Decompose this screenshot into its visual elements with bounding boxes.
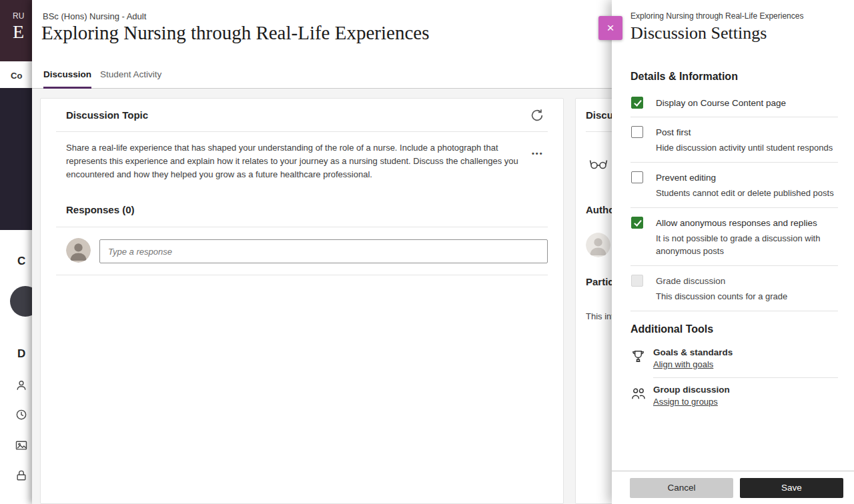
base-course-banner — [0, 88, 32, 230]
base-section-heading: D — [17, 347, 25, 361]
option-label: Allow anonymous responses and replies — [656, 218, 817, 228]
tool-label: Group discussion — [653, 385, 838, 395]
breadcrumb: BSc (Hons) Nursing - Adult — [43, 11, 146, 21]
checkbox[interactable] — [631, 217, 643, 229]
assign-to-groups-link[interactable]: Assign to groups — [653, 397, 718, 407]
user-avatar — [66, 238, 91, 263]
option-label: Prevent editing — [656, 173, 716, 183]
details-information-heading: Details & Information — [630, 71, 838, 83]
close-panel-button[interactable]: × — [598, 16, 622, 40]
refresh-icon[interactable] — [530, 108, 544, 123]
base-course-header: RU E — [0, 0, 32, 61]
cancel-button[interactable]: Cancel — [630, 478, 733, 498]
divider — [56, 227, 548, 227]
participants-info-text: This inf — [586, 311, 614, 321]
clock-icon — [15, 408, 28, 421]
option-allow-anonymous: Allow anonymous responses and replies It… — [630, 208, 838, 266]
base-section-heading: C — [17, 255, 25, 268]
details-heading: Discu — [586, 109, 613, 121]
base-brand-text: RU — [13, 11, 24, 21]
base-course-title: E — [13, 21, 24, 43]
option-description: It is not possible to grade a discussion… — [656, 232, 838, 257]
group-people-icon — [630, 386, 646, 401]
option-display-on-course-content: Display on Course Content page — [630, 88, 838, 117]
tool-group-discussion: Group discussion Assign to groups — [630, 378, 838, 415]
option-description: This discussion counts for a grade — [656, 290, 838, 303]
discussion-topic-body: Share a real-life experience that has sh… — [66, 141, 526, 181]
settings-context-title: Exploring Nursing through Real-Life Expe… — [630, 11, 803, 21]
divider — [56, 131, 548, 132]
checkbox[interactable] — [631, 97, 643, 109]
base-avatar — [10, 286, 32, 317]
save-button[interactable]: Save — [740, 478, 843, 498]
response-input[interactable] — [99, 239, 548, 263]
settings-panel-title: Discussion Settings — [630, 23, 767, 43]
checkbox[interactable] — [631, 275, 643, 287]
align-with-goals-link[interactable]: Align with goals — [653, 359, 713, 369]
roster-icon — [15, 379, 28, 392]
discussion-topic-heading: Discussion Topic — [66, 109, 148, 121]
page-title: Exploring Nursing through Real-Life Expe… — [41, 22, 429, 44]
settings-body: Details & Information Display on Course … — [630, 63, 838, 469]
anonymous-glasses-icon — [589, 158, 608, 170]
image-icon — [15, 439, 28, 452]
goals-trophy-icon — [630, 349, 646, 364]
tool-label: Goals & standards — [653, 347, 838, 357]
discussion-settings-panel: Exploring Nursing through Real-Life Expe… — [612, 0, 854, 504]
screen: RU E Co C D BSc (Hons) Nursing - Adult E… — [0, 0, 854, 504]
tab-discussion[interactable]: Discussion — [43, 61, 91, 88]
participants-heading: Partic — [586, 276, 614, 287]
checkbox[interactable] — [631, 126, 643, 138]
option-prevent-editing: Prevent editing Students cannot edit or … — [630, 163, 838, 208]
checkbox[interactable] — [631, 171, 643, 183]
option-label: Display on Course Content page — [656, 98, 786, 108]
tool-goals-standards: Goals & standards Align with goals — [630, 341, 838, 377]
additional-tools-heading: Additional Tools — [630, 323, 838, 335]
author-heading: Autho — [586, 204, 614, 215]
option-label: Grade discussion — [656, 276, 725, 286]
option-post-first: Post first Hide discussion activity unti… — [630, 117, 838, 163]
base-tab-content: Co — [11, 71, 22, 81]
option-grade-discussion: Grade discussion This discussion counts … — [630, 266, 838, 311]
option-description: Hide discussion activity until student r… — [656, 141, 838, 154]
discussion-topic-card: Discussion Topic Share a real-life exper… — [40, 98, 564, 504]
more-options-icon[interactable]: ••• — [532, 149, 544, 157]
option-label: Post first — [656, 127, 691, 137]
responses-heading: Responses (0) — [66, 204, 135, 215]
base-course-page: RU E Co C D — [0, 0, 32, 504]
option-description: Students cannot edit or delete published… — [656, 187, 838, 199]
settings-footer: Cancel Save — [612, 471, 854, 504]
tab-student-activity[interactable]: Student Activity — [100, 61, 161, 88]
divider — [56, 275, 548, 275]
author-avatar — [586, 233, 610, 257]
lock-icon — [15, 469, 28, 482]
